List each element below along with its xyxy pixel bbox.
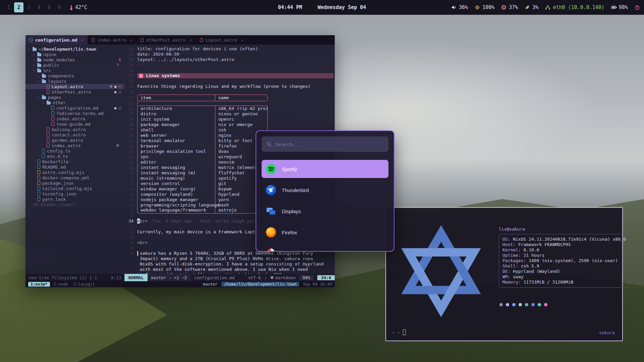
close-icon[interactable]: × xyxy=(241,38,244,43)
power-button[interactable] xyxy=(635,5,640,10)
file-tree-item[interactable]: env.d.ts xyxy=(25,154,124,159)
battery-module[interactable]: 98% xyxy=(611,4,628,10)
file-tree-item[interactable]: (6 hidden items) xyxy=(25,202,124,207)
file-tree-item[interactable]: ▾ other xyxy=(25,100,124,105)
table-row-cells: editor neovim xyxy=(137,160,268,165)
launcher-item-firefox[interactable]: Firefox xyxy=(262,223,388,241)
buffer-tab[interactable]: otherPost.astro × xyxy=(137,35,196,45)
file-tree-item[interactable]: Layout.astro H ● □ xyxy=(25,84,124,89)
file-tree-item[interactable]: fediverse-terms.md xyxy=(25,111,124,116)
workspace-button[interactable]: 1 xyxy=(4,2,13,12)
file-tree-item[interactable]: balcony.astro xyxy=(25,127,124,132)
line-text: date: 2024-08-30 xyxy=(137,52,179,57)
close-icon[interactable]: × xyxy=(189,38,192,43)
file-tree-item[interactable]: ▾ layouts xyxy=(25,78,124,84)
workspace-button[interactable]: 8 xyxy=(44,2,54,12)
file-badges: ? xyxy=(116,63,121,67)
file-name: env.d.ts xyxy=(47,154,68,159)
file-tree-item[interactable]: garden.astro xyxy=(25,137,124,143)
cpu-module[interactable]: 3% xyxy=(525,4,538,10)
launcher-item-spotify[interactable]: Spotify xyxy=(262,160,388,178)
file-tree-item[interactable]: ▸ components xyxy=(25,73,124,78)
tmux-window[interactable]: 1:nvim* xyxy=(28,282,50,287)
workspace-button[interactable]: 3 xyxy=(24,2,34,12)
status-badge: E xyxy=(119,58,121,62)
close-icon[interactable]: × xyxy=(81,38,84,43)
buffer-tab[interactable]: index.astro × xyxy=(88,35,137,45)
launcher-item-darktable[interactable]: Darktable Photo Workflow Software xyxy=(262,244,388,252)
markdown-icon xyxy=(271,276,273,279)
shell-prompt[interactable]: ~ › xyxy=(392,329,406,335)
table-cell-item: instant messaging (m) xyxy=(137,170,215,176)
speaker-icon xyxy=(451,5,457,10)
launcher-item-displays[interactable]: Displays xyxy=(262,202,388,220)
fastfetch-terminal[interactable]: liv@sakura OS: NixOS 24.11.20240828.71e9… xyxy=(385,207,623,341)
line-number: 30 xyxy=(124,57,137,62)
file-tree-item[interactable]: index.astro H xyxy=(25,143,124,148)
file-tree-item[interactable]: config.ts xyxy=(25,148,124,154)
file-tree-item[interactable]: docker-compose.yml xyxy=(25,175,124,180)
file-tree-item[interactable]: astro.config.mjs xyxy=(25,170,124,175)
file-tree-item[interactable]: tone-guide.md xyxy=(25,121,124,127)
chevron-icon: ▾ xyxy=(38,79,42,83)
tabline: configuration.md × index.astro × otherPo… xyxy=(25,35,335,45)
table-cell-item: instant messaging xyxy=(137,165,215,170)
close-icon[interactable]: × xyxy=(130,38,132,43)
file-icon xyxy=(47,90,50,94)
temperature-module[interactable]: 42°C xyxy=(70,4,87,10)
buffer-tab[interactable]: configuration.md × xyxy=(25,35,88,45)
table-row-cells: instant messaging (m) fluffychat xyxy=(137,170,268,176)
file-tree-item[interactable]: README.md xyxy=(25,164,124,170)
volume-module[interactable]: 36% xyxy=(451,4,468,10)
file-tree-item[interactable]: ▾ ~/Development/liv.town xyxy=(25,46,124,52)
file-icon xyxy=(37,186,40,190)
workspace-button[interactable]: 4 xyxy=(34,2,44,12)
file-tree-item[interactable]: yarn.lock xyxy=(25,196,124,202)
file-tree-item[interactable]: ▸ nginx xyxy=(25,52,124,57)
editor-line: 29 --- xyxy=(124,62,335,68)
file-tree-item[interactable]: configuration.md ● □ xyxy=(25,105,124,111)
table-row-cells: web server nginx xyxy=(137,133,268,138)
clock-module[interactable]: 04:44 PM Wednesday Sep 04 xyxy=(278,4,366,10)
file-tree-item[interactable]: package.json xyxy=(25,180,124,186)
workspace-button[interactable]: 2 xyxy=(14,2,23,12)
spotify-icon xyxy=(266,164,276,174)
file-tree-item[interactable]: ▸ node_modules E xyxy=(25,57,124,62)
disk-module[interactable]: 37% xyxy=(501,4,518,10)
file-tree-item[interactable]: ▾ pages xyxy=(25,95,124,100)
launcher-search-bar xyxy=(262,136,388,152)
git-ahead-count: +2 xyxy=(174,275,179,280)
editor-line: 30 layout: ../../layouts/otherPost.astro xyxy=(124,57,335,62)
tmux-window[interactable]: 3:lazygit xyxy=(72,282,96,287)
table-cell-item: version control xyxy=(137,181,215,186)
network-module[interactable]: eth0 (10.0.0.140) xyxy=(545,4,604,10)
file-tree-item[interactable]: tailwind.config.mjs xyxy=(25,186,124,191)
file-tree-item[interactable]: ▾ src xyxy=(25,68,124,73)
file-name: configuration.md xyxy=(56,106,98,111)
buffer-tab[interactable]: Layout.astro × xyxy=(196,35,248,45)
tmux-window[interactable]: 2:node xyxy=(52,282,69,287)
search-input[interactable] xyxy=(275,141,384,147)
editor-line: 31 date: 2024-08-30 xyxy=(124,52,335,57)
info-label: Shell: xyxy=(502,263,518,268)
workspace-button[interactable]: 9 xyxy=(54,2,64,12)
table-cell-name: nixos or gentoo xyxy=(215,111,268,117)
editor-line: 32 title: configuration for devices i us… xyxy=(124,46,335,52)
launcher-item-thunderbird[interactable]: Thunderbird xyxy=(262,181,388,199)
heading-line: 27 ≡ Linux systems xyxy=(124,73,335,78)
displays-icon xyxy=(266,206,276,217)
clock-time: 04:44 PM xyxy=(278,4,302,10)
system-info-line: DE: Hyprland (Wayland) xyxy=(502,269,626,274)
battery-icon xyxy=(611,5,617,10)
file-tree-item[interactable]: contact.astro xyxy=(25,132,124,137)
file-name: astro.config.mjs xyxy=(42,170,84,175)
line-number: 4 xyxy=(124,197,137,202)
line-text: <br>You, 5 days ago - feat: write rough … xyxy=(137,219,265,224)
filetype-icon xyxy=(30,38,33,42)
file-tree-item[interactable]: Dockerfile xyxy=(25,159,124,164)
file-tree-item[interactable]: tsconfig.json xyxy=(25,191,124,196)
file-tree-item[interactable]: ▸ public ? xyxy=(25,62,124,68)
file-tree-item[interactable]: otherPost.astro ● □ xyxy=(25,89,124,95)
file-tree-item[interactable]: index.astro xyxy=(25,116,124,121)
brightness-module[interactable]: 100% xyxy=(475,4,494,10)
